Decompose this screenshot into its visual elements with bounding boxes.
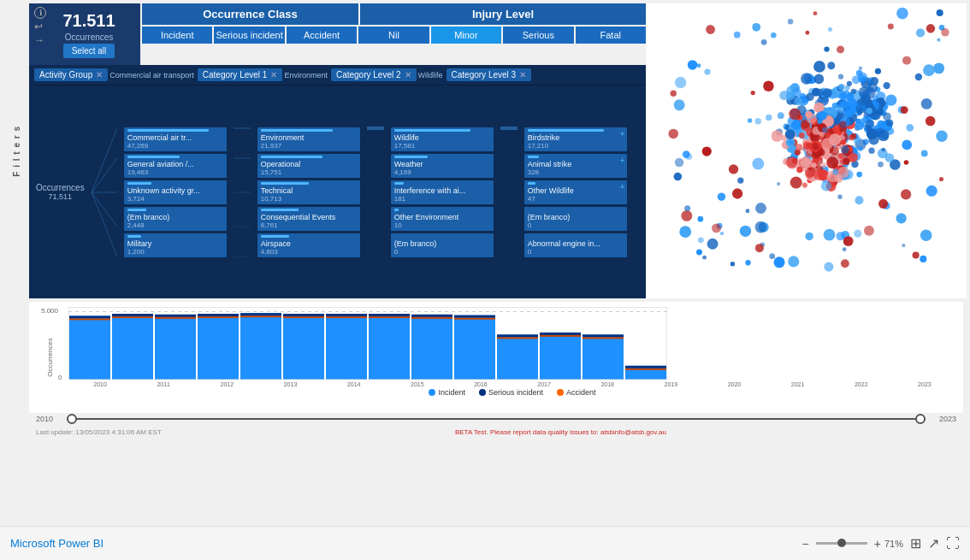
x-label-2016: 2016 (474, 381, 488, 387)
sankey-column-4: Birdstrike 17,210 + Animal strike 328 + (524, 127, 627, 257)
zoom-handle[interactable] (837, 539, 846, 547)
sankey-item-airspace[interactable]: Airspace 4,803 (257, 233, 360, 257)
header-area: ℹ ↩ → 71.511 Occurrences Select all Occu… (29, 3, 646, 65)
x-label-2011: 2011 (157, 381, 170, 387)
sankey-item-military[interactable]: Military 1,200 (124, 233, 227, 257)
sankey-item-interference[interactable]: Interference with ai... 181 (391, 180, 494, 204)
close-cat-level1-icon[interactable]: ✕ (270, 70, 277, 80)
chart-wrapper: 5.000 0 2010 2011 2012 2013 2014 2015 20… (68, 307, 956, 397)
incident-legend-dot (429, 389, 435, 396)
y-tick-0: 0 (58, 374, 62, 381)
x-label-2020: 2020 (728, 381, 742, 387)
info-icon[interactable]: ℹ (34, 7, 46, 19)
x-axis-labels: 2010 2011 2012 2013 2014 2015 2016 2017 … (68, 381, 956, 387)
breadcrumb-activity-group[interactable]: Activity Group ✕ (34, 68, 108, 81)
occurrence-count: 71.511 (62, 11, 115, 31)
slider-track[interactable] (67, 418, 926, 420)
dashboard-area: F i l t e r s ℹ ↩ → 71.511 Occurrences S… (0, 0, 970, 526)
close-cat-level3-icon[interactable]: ✕ (519, 70, 526, 80)
zoom-slider[interactable] (816, 542, 867, 545)
share-button[interactable]: ↗ (928, 535, 939, 551)
minor-button[interactable]: Minor (431, 27, 501, 44)
breadcrumb-category-level-1[interactable]: Category Level 1 ✕ (198, 68, 283, 81)
sankey-item-birdstrike[interactable]: Birdstrike 17,210 + (524, 127, 627, 151)
select-all-button[interactable]: Select all (63, 44, 115, 58)
serious-incident-legend-label: Serious incident (488, 388, 543, 397)
sankey-item-unknown-activity[interactable]: Unknown activity gr... 3,724 (124, 180, 227, 204)
breadcrumb-category-level-3[interactable]: Category Level 3 ✕ (447, 68, 532, 81)
filters-label: F i l t e r s (12, 126, 21, 177)
x-label-2017: 2017 (537, 381, 551, 387)
add-other-wildlife-icon[interactable]: + (620, 182, 625, 192)
fatal-button[interactable]: Fatal (576, 27, 646, 44)
accident-button[interactable]: Accident (287, 27, 357, 44)
sankey-item-commercial[interactable]: Commercial air tr... 47,269 (124, 127, 227, 151)
cat-level-1-value: Environment (284, 71, 328, 80)
activity-group-value: Commercial air transport (109, 71, 194, 80)
sankey-column-2: Environment 21,937 Operational 15,751 Te… (257, 127, 360, 257)
sankey-item-abnormal-engine[interactable]: Abnormal engine in... 0 (524, 233, 627, 257)
sankey-item-em-branco-1[interactable]: (Em branco) 2,448 (124, 207, 227, 231)
filters-sidebar: F i l t e r s (3, 3, 29, 298)
serious-button[interactable]: Serious (503, 27, 573, 44)
sankey-item-operational[interactable]: Operational 15,751 (257, 154, 360, 178)
legend-incident: Incident (429, 388, 465, 397)
main-container: F i l t e r s ℹ ↩ → 71.511 Occurrences S… (0, 0, 970, 560)
injury-level-title: Injury Level (360, 3, 646, 25)
sankey-lines-3 (367, 111, 384, 274)
slider-handle-right[interactable] (915, 414, 926, 424)
cat-level-2-value: Wildlife (418, 71, 443, 80)
zoom-plus-button[interactable]: + (874, 537, 881, 551)
top-section: F i l t e r s ℹ ↩ → 71.511 Occurrences S… (3, 3, 967, 298)
legend-accident: Accident (557, 388, 596, 397)
breadcrumb-category-level-2[interactable]: Category Level 2 ✕ (331, 68, 417, 81)
time-end-label: 2023 (932, 415, 956, 423)
powerbi-link[interactable]: Microsoft Power BI (10, 537, 104, 550)
header-controls: Occurrence Class Injury Level Incident S… (142, 3, 646, 65)
slider-handle-left[interactable] (67, 414, 77, 424)
zoom-minus-button[interactable]: − (802, 537, 809, 551)
forward-arrow-icon[interactable]: → (34, 34, 44, 46)
sankey-item-environment[interactable]: Environment 21,937 (257, 127, 360, 151)
close-cat-level2-icon[interactable]: ✕ (405, 70, 411, 80)
sankey-item-other-wildlife[interactable]: Other Wildlife 47 + (524, 180, 627, 204)
sankey-column-1: Commercial air tr... 47,269 General avia… (124, 127, 227, 257)
x-label-2021: 2021 (791, 381, 805, 387)
svg-line-4 (92, 192, 117, 256)
sankey-item-other-env[interactable]: Other Environment 10 (391, 207, 494, 231)
slider-fill (67, 418, 926, 420)
sankey-item-em-branco-3[interactable]: (Em branco) 0 (391, 233, 494, 257)
chart-legend: Incident Serious incident Accident (68, 388, 956, 397)
sankey-item-consequential[interactable]: Consequential Events 8,761 (257, 207, 360, 231)
root-value: 71,511 (49, 192, 73, 201)
sankey-item-weather[interactable]: Weather 4,169 (391, 154, 494, 178)
add-animal-strike-icon[interactable]: + (620, 156, 625, 165)
serious-incident-button[interactable]: Serious incident (214, 27, 284, 44)
last-update-text: Last update: 13/05/2023 4:31:06 AM EST (36, 428, 162, 436)
time-start-label: 2010 (36, 415, 60, 423)
fit-page-button[interactable]: ⊞ (910, 535, 921, 551)
fullscreen-button[interactable]: ⛶ (946, 536, 960, 551)
close-activity-group-icon[interactable]: ✕ (96, 70, 103, 80)
svg-line-1 (92, 158, 117, 192)
x-label-2022: 2022 (855, 381, 868, 387)
sankey-item-technical[interactable]: Technical 10,713 (257, 180, 360, 204)
breadcrumb-row: Activity Group ✕ Commercial air transpor… (29, 65, 646, 85)
zoom-control: − + 71% (802, 537, 903, 551)
add-birdstrike-icon[interactable]: + (620, 129, 625, 139)
beta-text: BETA Test. Please report data quality is… (162, 428, 960, 436)
sankey-item-animal-strike[interactable]: Animal strike 328 + (524, 154, 627, 178)
nil-button[interactable]: Nil (358, 27, 429, 44)
svg-line-3 (92, 192, 117, 227)
sankey-item-general-aviation[interactable]: General aviation /... 19,463 (124, 154, 227, 178)
back-arrow-icon[interactable]: ↩ (34, 21, 43, 32)
incident-legend-label: Incident (438, 388, 465, 397)
sankey-item-wildlife[interactable]: Wildlife 17,581 (391, 127, 494, 151)
x-label-2019: 2019 (665, 381, 678, 387)
root-label: Occurrences (36, 183, 85, 192)
sankey-lines-1 (92, 111, 117, 274)
incident-button[interactable]: Incident (142, 27, 212, 44)
x-label-2012: 2012 (221, 381, 234, 387)
sankey-item-em-branco-4[interactable]: (Em branco) 0 (524, 207, 627, 231)
section-headers: Occurrence Class Injury Level (142, 3, 646, 25)
